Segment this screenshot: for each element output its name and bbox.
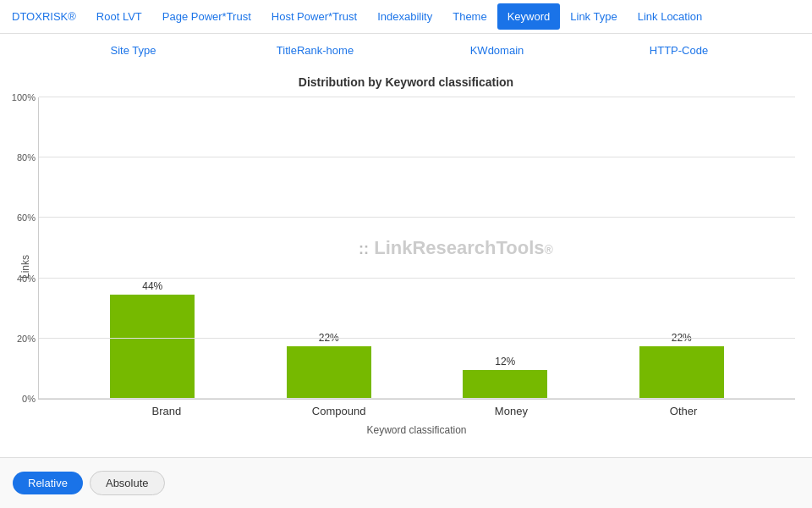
nav-item-dtoxrisk[interactable]: DTOXRISK® <box>2 3 86 30</box>
bottom-bar: Relative Absolute <box>0 457 812 508</box>
bar-rect <box>639 346 724 399</box>
absolute-button[interactable]: Absolute <box>90 471 165 495</box>
x-axis-title: Keyword classification <box>38 424 795 436</box>
y-axis-label: Links <box>17 97 34 436</box>
y-label: 60% <box>17 213 36 223</box>
x-label-compound: Compound <box>288 405 390 417</box>
bar-group-brand: 44% <box>102 280 203 399</box>
nav-item-rootlvt[interactable]: Root LVT <box>86 3 152 30</box>
chart-title: Distribution by Keyword classification <box>17 75 795 89</box>
bar-rect <box>463 370 547 399</box>
x-label-other: Other <box>633 405 734 417</box>
nav-item2-titlerankhome[interactable]: TitleRank-home <box>224 37 406 64</box>
x-labels: BrandCompoundMoneyOther <box>38 400 795 422</box>
grid-line: 80% <box>39 157 795 157</box>
nav-item2-sitetype[interactable]: Site Type <box>42 37 224 64</box>
chart-inner: :: LinkResearchTools® 44%22%12%22% 0%20%… <box>38 97 795 436</box>
chart-plot-area: :: LinkResearchTools® 44%22%12%22% 0%20%… <box>38 97 795 400</box>
y-label: 100% <box>12 92 36 102</box>
nav-item-keyword[interactable]: Keyword <box>497 3 561 30</box>
x-label-money: Money <box>460 405 562 417</box>
grid-line: 40% <box>39 278 795 279</box>
chart-wrap: Links :: LinkResearchTools® 44%22%12%22%… <box>17 97 795 436</box>
bar-pct-label: 44% <box>142 280 162 292</box>
y-label: 0% <box>22 394 36 404</box>
nav-item-linklocation[interactable]: Link Location <box>628 3 713 30</box>
bar-rect <box>287 346 371 399</box>
bar-group-other: 22% <box>631 332 732 399</box>
y-label: 40% <box>17 273 36 284</box>
chart-container: Distribution by Keyword classification L… <box>0 67 812 436</box>
nav-item2-httpcode[interactable]: HTTP-Code <box>588 37 770 64</box>
grid-line: 60% <box>39 217 795 218</box>
relative-button[interactable]: Relative <box>13 472 83 494</box>
nav-row-2: Site TypeTitleRank-homeKWdomainHTTP-Code <box>0 34 812 67</box>
bar-group-compound: 22% <box>278 332 380 399</box>
nav-item-theme[interactable]: Theme <box>442 3 497 30</box>
bars-row: 44%22%12%22% <box>39 97 795 399</box>
y-label: 20% <box>17 334 36 344</box>
nav-item-pagepowertrust[interactable]: Page Power*Trust <box>152 3 261 30</box>
bar-group-money: 12% <box>454 356 556 399</box>
nav-row-1: DTOXRISK®Root LVTPage Power*TrustHost Po… <box>0 0 812 34</box>
nav-item-linktype[interactable]: Link Type <box>560 3 627 30</box>
nav-item-hostpowertrust[interactable]: Host Power*Trust <box>261 3 367 30</box>
grid-line: 0% <box>39 398 795 399</box>
nav-item2-kwdomain[interactable]: KWdomain <box>406 37 588 64</box>
grid-line: 20% <box>39 338 795 339</box>
y-label: 80% <box>17 152 36 163</box>
nav-item-indexability[interactable]: Indexability <box>367 3 442 30</box>
bar-rect <box>110 295 195 399</box>
grid-line: 100% <box>39 97 795 97</box>
x-label-brand: Brand <box>116 405 217 417</box>
bar-pct-label: 12% <box>495 356 515 367</box>
